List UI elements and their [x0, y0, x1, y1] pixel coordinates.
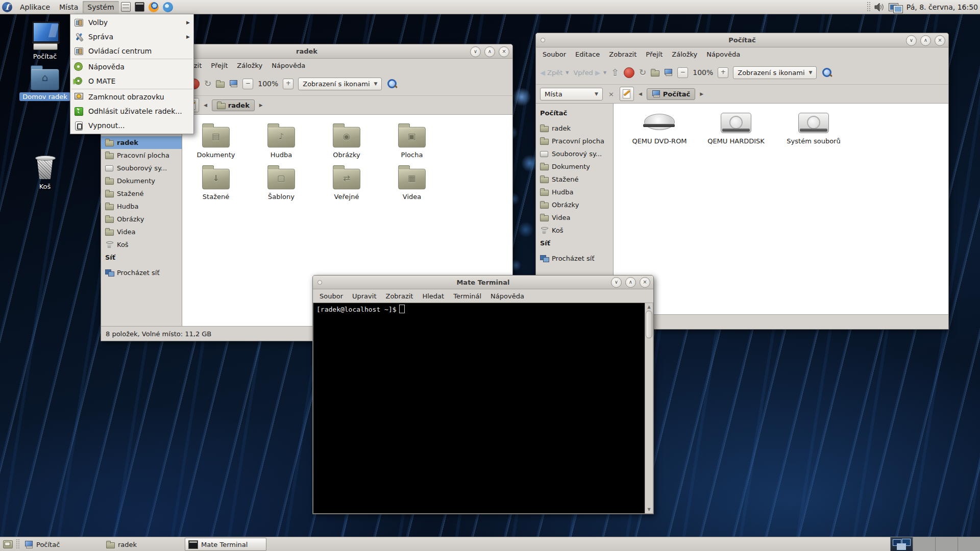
- sidebar-item-videa[interactable]: Videa: [536, 211, 613, 224]
- workspace-4[interactable]: [958, 537, 980, 551]
- desktop-icon-home[interactable]: ⌂ Domov radek: [17, 65, 73, 101]
- file-item-obrazky[interactable]: Obrázky: [314, 123, 379, 159]
- menu-zobrazit[interactable]: Zobrazit: [604, 48, 641, 60]
- sidebar-item-hudba[interactable]: Hudba: [101, 200, 182, 213]
- file-item-verejne[interactable]: Veřejné: [314, 165, 379, 201]
- show-desktop-button[interactable]: [1, 538, 14, 550]
- menu-aplikace[interactable]: Aplikace: [15, 1, 55, 13]
- menu-item-odhlasit[interactable]: Odhlásit uživatele radek...: [70, 104, 193, 118]
- zoom-out-button[interactable]: −: [677, 67, 688, 78]
- sidebar-item-radek[interactable]: radek: [536, 122, 613, 135]
- maximize-button[interactable]: ∧: [920, 35, 931, 46]
- menu-item-o-mate[interactable]: O MATE: [70, 74, 193, 88]
- view-mode-select[interactable]: Zobrazení s ikonami▼: [298, 78, 382, 90]
- menu-system[interactable]: Systém: [83, 1, 118, 13]
- sidebar-item-obrazky[interactable]: Obrázky: [536, 198, 613, 211]
- search-button[interactable]: [386, 78, 398, 89]
- taskbar-button-radek[interactable]: radek: [103, 538, 184, 550]
- view-mode-select[interactable]: Zobrazení s ikonami▼: [733, 66, 817, 79]
- menu-napoveda[interactable]: Nápověda: [267, 60, 310, 71]
- workspace-2[interactable]: [913, 537, 935, 551]
- maximize-button[interactable]: ∧: [625, 277, 636, 288]
- sidebar-item-videa[interactable]: Videa: [101, 226, 182, 238]
- minimize-button[interactable]: ∨: [906, 35, 917, 46]
- home-button[interactable]: [651, 69, 659, 77]
- menu-item-ovladaci-centrum[interactable]: Ovládací centrum: [70, 44, 193, 58]
- home-button[interactable]: [216, 80, 225, 88]
- sidebar-item-plocha[interactable]: Pracovní plocha: [101, 149, 182, 162]
- network-icon[interactable]: [889, 2, 902, 12]
- close-button[interactable]: ×: [935, 35, 945, 46]
- computer-button[interactable]: [229, 80, 238, 88]
- menu-item-sprava[interactable]: Správa▶: [70, 30, 193, 44]
- file-item-stazene[interactable]: Stažené: [183, 165, 249, 201]
- file-manager-launcher-icon[interactable]: [121, 2, 131, 12]
- maximize-button[interactable]: ∧: [484, 46, 495, 57]
- menu-prejit[interactable]: Přejít: [206, 60, 232, 71]
- edit-location-button[interactable]: [620, 87, 634, 101]
- menu-upravit[interactable]: Upravit: [348, 290, 381, 302]
- close-button[interactable]: ×: [499, 46, 509, 57]
- terminal-titlebar[interactable]: Mate Terminal ∨ ∧ ×: [313, 276, 653, 289]
- crumb-left-icon[interactable]: ◀: [637, 89, 644, 98]
- sidebar-item-dokumenty[interactable]: Dokumenty: [101, 174, 182, 187]
- drive-item-harddisk[interactable]: QEMU HARDDISK: [698, 113, 774, 145]
- places-combo[interactable]: Místa▼: [540, 88, 603, 101]
- search-button[interactable]: [821, 67, 832, 78]
- close-sidebar-button[interactable]: ×: [606, 89, 617, 99]
- forward-button[interactable]: Vpřed▶▼: [573, 69, 606, 77]
- sidebar-item-stazene[interactable]: Stažené: [101, 187, 182, 200]
- sidebar-item-stazene[interactable]: Stažené: [536, 173, 613, 186]
- menu-mista[interactable]: Místa: [55, 1, 83, 13]
- menu-soubor[interactable]: Soubor: [315, 290, 348, 302]
- zoom-out-button[interactable]: −: [242, 79, 253, 89]
- file-item-videa[interactable]: Videa: [379, 165, 445, 201]
- minimize-button[interactable]: ∨: [611, 277, 622, 288]
- firefox-launcher-icon[interactable]: [149, 2, 159, 12]
- drive-item-filesystem[interactable]: Systém souborů: [775, 113, 852, 145]
- terminal-scrollbar[interactable]: ▲ ▼: [645, 303, 653, 514]
- close-button[interactable]: ×: [640, 277, 650, 288]
- taskbar-button-computer[interactable]: Počítač: [21, 538, 102, 550]
- drive-item-dvd[interactable]: QEMU DVD-ROM: [621, 113, 698, 145]
- menu-soubor[interactable]: Soubor: [538, 48, 571, 60]
- file-item-hudba[interactable]: Hudba: [249, 123, 314, 159]
- scrollbar-thumb[interactable]: [646, 311, 652, 338]
- menu-zalozky[interactable]: Záložky: [232, 60, 267, 71]
- menu-napoveda[interactable]: Nápověda: [486, 290, 529, 302]
- reload-button[interactable]: ↻: [639, 67, 646, 78]
- sidebar-item-network[interactable]: Procházet síť: [536, 252, 613, 265]
- breadcrumb[interactable]: radek: [212, 99, 255, 111]
- sidebar-item-obrazky[interactable]: Obrázky: [101, 213, 182, 226]
- breadcrumb[interactable]: Počítač: [647, 88, 695, 100]
- menu-hledat[interactable]: Hledat: [418, 290, 449, 302]
- crumb-right-icon[interactable]: ▶: [258, 101, 264, 110]
- menu-item-vypnout[interactable]: Vypnout...: [70, 118, 193, 133]
- sidebar-item-network[interactable]: Procházet síť: [101, 266, 182, 279]
- minimize-button[interactable]: ∨: [470, 46, 481, 57]
- reload-button[interactable]: ↻: [204, 79, 211, 89]
- scroll-down-icon[interactable]: ▼: [647, 506, 650, 513]
- menu-zobrazit[interactable]: Zobrazit: [381, 290, 418, 302]
- workspace-1[interactable]: [890, 537, 913, 551]
- back-button[interactable]: ◀Zpět▼: [540, 69, 569, 77]
- crumb-left-icon[interactable]: ◀: [202, 101, 209, 110]
- desktop-icon-computer[interactable]: Počítač: [17, 21, 73, 61]
- sidebar-item-radek-selected[interactable]: radek: [101, 136, 182, 149]
- sidebar-item-kos[interactable]: Koš: [101, 238, 182, 251]
- file-item-plocha[interactable]: Plocha: [379, 123, 445, 159]
- computer-button[interactable]: [664, 69, 673, 77]
- thunderbird-launcher-icon[interactable]: [163, 2, 173, 12]
- taskbar-button-terminal[interactable]: Mate Terminal: [185, 538, 266, 551]
- crumb-right-icon[interactable]: ▶: [698, 89, 705, 98]
- menu-prejit[interactable]: Přejít: [641, 48, 667, 60]
- sidebar-item-hudba[interactable]: Hudba: [536, 186, 613, 198]
- sidebar-item-plocha[interactable]: Pracovní plocha: [536, 135, 613, 147]
- menu-zalozky[interactable]: Záložky: [667, 48, 702, 60]
- sidebar-item-filesystem[interactable]: Souborový sy...: [101, 162, 182, 174]
- sidebar-item-filesystem[interactable]: Souborový sy...: [536, 147, 613, 160]
- computer-titlebar[interactable]: Počítač ∨ ∧ ×: [536, 33, 948, 47]
- zoom-in-button[interactable]: +: [283, 79, 293, 89]
- menu-editace[interactable]: Editace: [571, 48, 604, 60]
- fedora-menu-icon[interactable]: f: [2, 2, 12, 12]
